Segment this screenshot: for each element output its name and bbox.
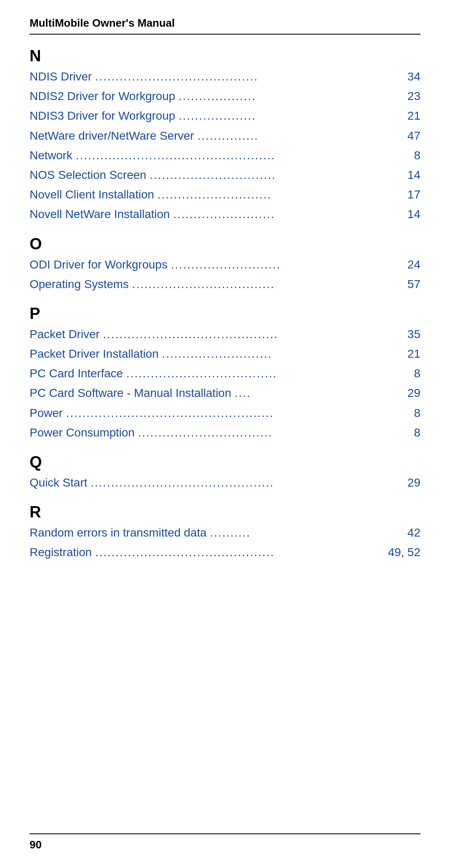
entry-page: 8 xyxy=(414,365,420,381)
section-letter-q: Q xyxy=(30,453,420,471)
entry-name: ODI Driver for Workgroups xyxy=(30,256,168,273)
entry-dots: .......... xyxy=(210,524,404,541)
index-entry[interactable]: Packet Driver Installation..............… xyxy=(30,346,420,362)
entry-name: Power Consumption xyxy=(30,424,135,441)
entry-name: PC Card Software - Manual Installation xyxy=(30,385,231,401)
entry-name: NetWare driver/NetWare Server xyxy=(30,128,194,144)
entry-page: 8 xyxy=(414,424,420,441)
entry-page: 57 xyxy=(408,276,420,292)
entry-page: 34 xyxy=(408,68,420,85)
section-entries-q: Quick Start.............................… xyxy=(30,474,420,491)
section-letter-p: P xyxy=(30,305,420,323)
index-entry[interactable]: NetWare driver/NetWare Server...........… xyxy=(30,128,420,144)
entry-dots: ................... xyxy=(179,108,404,124)
entry-page: 42 xyxy=(408,524,420,541)
entry-name: PC Card Interface xyxy=(30,365,123,381)
entry-dots: ................................. xyxy=(138,424,410,441)
entry-dots: ........................................… xyxy=(76,147,411,163)
entry-page: 49, 52 xyxy=(388,544,420,560)
entry-name: NDIS Driver xyxy=(30,68,92,85)
entry-page: 23 xyxy=(408,88,420,104)
entry-dots: ........................................… xyxy=(90,474,404,491)
entry-dots: ..................................... xyxy=(126,365,410,381)
index-entry[interactable]: Packet Driver...........................… xyxy=(30,326,420,342)
section-entries-p: Packet Driver...........................… xyxy=(30,326,420,441)
entry-page: 8 xyxy=(414,405,420,421)
index-entry[interactable]: Random errors in transmitted data.......… xyxy=(30,524,420,541)
entry-name: Novell Client Installation xyxy=(30,186,154,203)
index-entry[interactable]: Power Consumption.......................… xyxy=(30,424,420,441)
entry-dots: ........................................… xyxy=(103,326,404,342)
entry-dots: .... xyxy=(235,385,404,401)
footer-divider xyxy=(30,833,420,834)
page-header: MultiMobile Owner's Manual xyxy=(30,17,420,35)
entry-page: 17 xyxy=(408,186,420,203)
entry-name: NDIS3 Driver for Workgroup xyxy=(30,108,175,124)
entry-name: NOS Selection Screen xyxy=(30,167,146,183)
index-entry[interactable]: Novell NetWare Installation.............… xyxy=(30,206,420,222)
index-entry[interactable]: Operating Systems.......................… xyxy=(30,276,420,292)
section-entries-r: Random errors in transmitted data.......… xyxy=(30,524,420,560)
entry-dots: ........................... xyxy=(171,256,404,273)
index-entry[interactable]: NOS Selection Screen....................… xyxy=(30,167,420,183)
entry-page: 24 xyxy=(408,256,420,273)
entry-dots: ................... xyxy=(179,88,404,104)
entry-page: 21 xyxy=(408,346,420,362)
index-entry[interactable]: NDIS2 Driver for Workgroup..............… xyxy=(30,88,420,104)
index-entry[interactable]: Novell Client Installation..............… xyxy=(30,186,420,203)
entry-page: 29 xyxy=(408,385,420,401)
page-number: 90 xyxy=(30,838,42,851)
entry-dots: ........................................… xyxy=(95,544,385,560)
index-entry[interactable]: NDIS Driver.............................… xyxy=(30,68,420,85)
page-footer: 90 xyxy=(30,833,420,851)
entry-page: 21 xyxy=(408,108,420,124)
entry-name: Packet Driver xyxy=(30,326,100,342)
index-entry[interactable]: Power...................................… xyxy=(30,405,420,421)
entry-name: Novell NetWare Installation xyxy=(30,206,170,222)
entry-dots: ........................................… xyxy=(66,405,410,421)
entry-dots: ................................... xyxy=(132,276,404,292)
section-letter-o: O xyxy=(30,235,420,253)
entry-name: Packet Driver Installation xyxy=(30,346,159,362)
entry-page: 47 xyxy=(408,128,420,144)
entry-dots: ........................................ xyxy=(95,68,404,85)
entry-name: Quick Start xyxy=(30,474,87,491)
manual-title: MultiMobile Owner's Manual xyxy=(30,17,175,29)
entry-page: 8 xyxy=(414,147,420,163)
entry-name: NDIS2 Driver for Workgroup xyxy=(30,88,175,104)
index-content: NNDIS Driver............................… xyxy=(30,47,420,561)
entry-page: 35 xyxy=(408,326,420,342)
section-entries-o: ODI Driver for Workgroups...............… xyxy=(30,256,420,292)
index-entry[interactable]: Network.................................… xyxy=(30,147,420,163)
entry-dots: ............................... xyxy=(150,167,404,183)
index-entry[interactable]: Quick Start.............................… xyxy=(30,474,420,491)
index-entry[interactable]: Registration............................… xyxy=(30,544,420,560)
entry-dots: ........................... xyxy=(162,346,404,362)
entry-dots: ............................ xyxy=(158,186,404,203)
section-letter-n: N xyxy=(30,47,420,65)
entry-page: 14 xyxy=(408,167,420,183)
entry-page: 14 xyxy=(408,206,420,222)
entry-dots: ......................... xyxy=(173,206,404,222)
section-entries-n: NDIS Driver.............................… xyxy=(30,68,420,223)
entry-name: Network xyxy=(30,147,72,163)
entry-name: Random errors in transmitted data xyxy=(30,524,207,541)
index-entry[interactable]: PC Card Interface.......................… xyxy=(30,365,420,381)
index-entry[interactable]: PC Card Software - Manual Installation..… xyxy=(30,385,420,401)
index-entry[interactable]: NDIS3 Driver for Workgroup..............… xyxy=(30,108,420,124)
entry-name: Registration xyxy=(30,544,92,560)
entry-name: Operating Systems xyxy=(30,276,129,292)
entry-dots: ............... xyxy=(198,128,404,144)
section-letter-r: R xyxy=(30,503,420,521)
entry-page: 29 xyxy=(408,474,420,491)
entry-name: Power xyxy=(30,405,62,421)
index-entry[interactable]: ODI Driver for Workgroups...............… xyxy=(30,256,420,273)
